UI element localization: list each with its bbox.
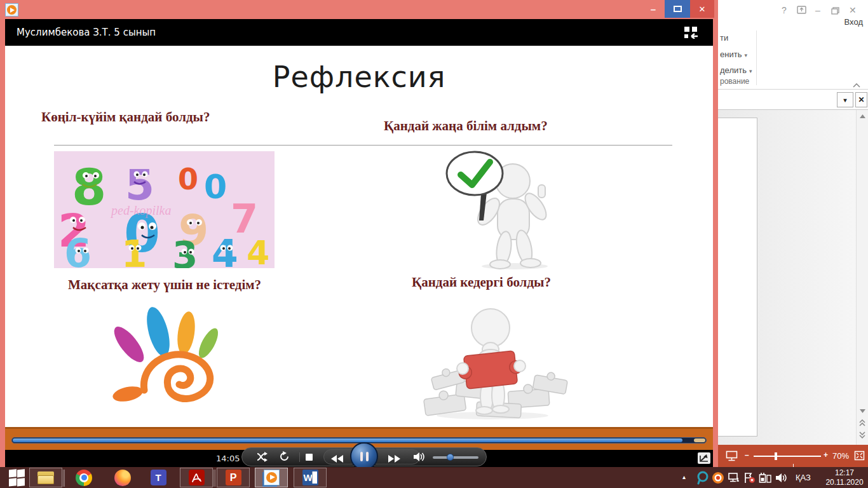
previous-slide-icon[interactable]: [857, 417, 867, 428]
sign-in-link[interactable]: Вход: [844, 17, 863, 27]
close-button[interactable]: ✕: [690, 0, 714, 18]
minimize-icon: –: [651, 4, 656, 15]
find-dropdown-button[interactable]: ▾: [837, 92, 853, 107]
seek-handle[interactable]: [694, 438, 705, 442]
rewind-button[interactable]: [331, 454, 344, 465]
acrobat-icon: [189, 470, 205, 485]
shuffle-button[interactable]: [256, 452, 268, 464]
tray-record-icon[interactable]: [712, 471, 724, 487]
tray-alert-flag-icon[interactable]: [743, 472, 756, 486]
language-indicator[interactable]: ҚАЗ: [796, 473, 811, 482]
ppt-status-bar: – + 70%: [718, 445, 868, 467]
colorful-hand-spiral-image: [105, 305, 222, 414]
stop-button[interactable]: [306, 454, 313, 461]
volume-knob[interactable]: [447, 454, 454, 461]
maximize-icon: [674, 6, 682, 12]
quadrant-heading-3: Мақсатқа жету үшін не істедім?: [68, 277, 261, 293]
desktop-screen: – ✕ Муслимбекова З.Т. 5 сынып Рефлексия …: [0, 0, 868, 488]
zoom-level[interactable]: 70%: [832, 451, 849, 461]
ribbon-divider: [756, 30, 757, 85]
taskbar-teams[interactable]: T: [142, 468, 175, 487]
fit-to-window-icon[interactable]: [854, 451, 865, 463]
powerpoint-window: ? – ✕ Вход ти енить▾ делить▾ рование: [718, 0, 868, 467]
ribbon-select-fragment[interactable]: делить▾: [720, 65, 752, 75]
player-control-bar: 14:05: [5, 450, 713, 467]
scroll-up-icon[interactable]: [857, 111, 867, 121]
find-toolbar: ▾ ✕: [718, 90, 868, 110]
figure-with-puzzle-image: [413, 301, 572, 421]
repeat-button[interactable]: [279, 451, 290, 464]
start-button[interactable]: [0, 468, 33, 487]
word-icon: W: [302, 470, 318, 485]
hidden-icons-button[interactable]: ▴: [682, 473, 686, 480]
figure-with-check-sign-image: [442, 148, 559, 270]
zoom-in-button[interactable]: +: [824, 451, 828, 459]
help-icon[interactable]: ?: [782, 5, 787, 15]
svg-text:1: 1: [121, 233, 147, 268]
dropdown-icon: ▾: [744, 52, 747, 58]
close-icon: ✕: [699, 4, 706, 14]
svg-text:0: 0: [204, 168, 227, 206]
taskbar-chrome[interactable]: [67, 468, 100, 487]
zoom-slider-handle[interactable]: [775, 452, 777, 460]
player-app-icon: [5, 3, 18, 17]
taskbar: T P W ▴: [0, 467, 868, 488]
slide-title: Рефлексия: [5, 60, 713, 94]
tray-battery-icon[interactable]: [759, 472, 772, 485]
taskbar-powerpoint[interactable]: P: [217, 468, 250, 487]
document-area: [718, 110, 868, 445]
taskbar-word[interactable]: W: [294, 468, 327, 487]
tray-audio-app-icon[interactable]: [696, 471, 709, 487]
ribbon-options-icon[interactable]: [797, 6, 806, 16]
scroll-down-icon[interactable]: [857, 406, 867, 416]
file-explorer-icon: [37, 471, 54, 484]
volume-slider[interactable]: [433, 456, 478, 459]
ribbon-group-fragment: рование: [720, 77, 749, 86]
tray-clock-time[interactable]: 12:17: [826, 468, 863, 477]
document-page: [718, 118, 757, 437]
switch-view-icon[interactable]: [684, 26, 699, 41]
media-player-icon: [264, 470, 280, 485]
taskbar-media-player[interactable]: [255, 468, 288, 487]
media-player-window: – ✕ Муслимбекова З.Т. 5 сынып Рефлексия …: [0, 0, 718, 467]
taskbar-firefox[interactable]: [106, 468, 139, 487]
tray-network-icon[interactable]: [728, 473, 741, 485]
fullscreen-button[interactable]: [698, 452, 710, 464]
smiling-numbers-image: 8 5 0 0 2 0 9 7 6 1 3 4 4: [54, 151, 275, 268]
slideshow-view-icon[interactable]: [726, 451, 738, 463]
ppt-close-icon[interactable]: ✕: [849, 5, 857, 15]
next-slide-icon[interactable]: [857, 430, 867, 440]
ribbon-replace-fragment[interactable]: енить▾: [720, 50, 747, 59]
ribbon-find-fragment[interactable]: ти: [720, 33, 728, 43]
player-info-bar: Муслимбекова З.Т. 5 сынып: [5, 19, 713, 46]
quadrant-heading-1: Көңіл-күйім қандай болды?: [41, 109, 210, 125]
pause-button[interactable]: [350, 442, 378, 470]
firefox-icon: [114, 470, 131, 486]
fast-forward-button[interactable]: [388, 454, 401, 465]
zoom-out-button[interactable]: –: [745, 451, 749, 459]
svg-text:0: 0: [178, 162, 198, 196]
tray-volume-icon[interactable]: [776, 473, 788, 485]
control-pill: [241, 447, 487, 466]
ppt-minimize-icon[interactable]: –: [815, 5, 820, 15]
taskbar-file-explorer[interactable]: [29, 468, 62, 487]
divider-line: [54, 145, 672, 146]
mute-button[interactable]: [414, 452, 425, 464]
zoom-slider[interactable]: [754, 456, 821, 457]
maximize-button[interactable]: [665, 0, 690, 18]
ppt-restore-icon[interactable]: [831, 6, 839, 17]
vertical-scrollbar[interactable]: [856, 110, 868, 445]
player-titlebar[interactable]: – ✕: [0, 0, 718, 19]
dropdown-icon: ▾: [749, 68, 752, 74]
powerpoint-icon: P: [226, 470, 241, 485]
find-close-button[interactable]: ✕: [855, 92, 867, 107]
taskbar-acrobat[interactable]: [180, 468, 213, 487]
minimize-button[interactable]: –: [642, 0, 665, 18]
tray-clock-date[interactable]: 20.11.2020: [822, 478, 867, 487]
teams-icon: T: [151, 470, 166, 485]
svg-text:5: 5: [125, 161, 154, 210]
slide-area: Рефлексия Көңіл-күйім қандай болды? Қанд…: [5, 46, 713, 427]
chrome-icon: [76, 470, 92, 486]
presentation-title: Муслимбекова З.Т. 5 сынып: [5, 27, 156, 38]
quadrant-heading-2: Қандай жаңа білім алдым?: [384, 118, 548, 134]
